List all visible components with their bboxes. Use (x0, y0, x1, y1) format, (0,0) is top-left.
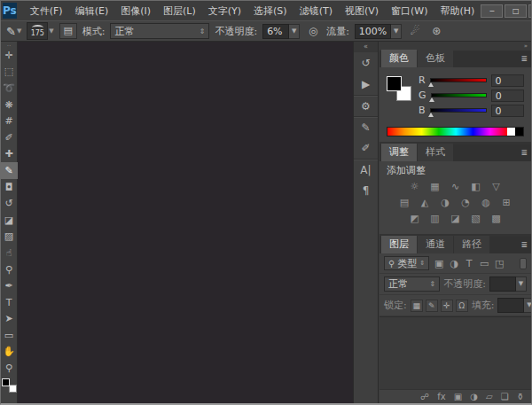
flow-field[interactable]: 100% ▼ (355, 24, 402, 39)
adj-threshold[interactable]: ◪ (449, 213, 463, 229)
character-panel-icon[interactable]: A| (354, 159, 378, 180)
adj-vibrance[interactable]: ▽ (489, 181, 504, 197)
layer-opacity-field[interactable]: ▼ (489, 276, 527, 292)
adj-posterize[interactable]: ▥ (428, 213, 442, 229)
chevron-down-icon[interactable]: ▼ (516, 276, 527, 292)
adj-gradient-map[interactable]: ▧ (469, 213, 483, 229)
adj-selective-color[interactable]: ▩ (489, 213, 504, 229)
lock-transparency-icon[interactable]: ▦ (411, 300, 423, 312)
adj-photo-filter[interactable]: ◔ (458, 197, 473, 213)
tab-paths[interactable]: 路径 (454, 236, 489, 253)
smudge-tool[interactable]: ☝ (1, 245, 18, 261)
lock-pixels-icon[interactable]: ✎ (426, 300, 438, 312)
adj-curves[interactable]: ∿ (449, 181, 463, 197)
new-group-icon[interactable]: ▱ (486, 392, 493, 401)
menu-file[interactable]: 文件(F) (24, 2, 69, 20)
opacity-field[interactable]: 6% ▼ (262, 24, 300, 39)
adj-invert[interactable]: ◩ (408, 213, 422, 229)
new-adjustment-layer-icon[interactable]: ◑ (470, 392, 478, 401)
layer-fill-field[interactable]: ▼ (497, 298, 532, 313)
adj-levels[interactable]: ▦ (428, 181, 442, 197)
foreground-background-swatches[interactable] (2, 378, 17, 393)
layer-style-icon[interactable]: fx (437, 392, 445, 401)
adj-channel-mixer[interactable]: ◍ (479, 197, 493, 213)
menu-select[interactable]: 选择(S) (247, 2, 293, 20)
lock-all-icon[interactable]: Ω (456, 300, 468, 312)
background-color-swatch[interactable] (9, 385, 17, 393)
brush-tool[interactable]: ✎ (1, 162, 18, 179)
tab-layers[interactable]: 图层 (381, 236, 417, 253)
blue-value-field[interactable]: 0 (491, 105, 524, 117)
filter-adjustment-layers-icon[interactable]: ◑ (448, 258, 460, 269)
panel-menu-icon[interactable]: ≣ (520, 148, 528, 157)
menu-edit[interactable]: 编辑(E) (69, 2, 115, 20)
menu-image[interactable]: 图像(I) (114, 2, 157, 20)
red-slider[interactable] (430, 78, 486, 82)
new-layer-icon[interactable]: ❏ (501, 392, 509, 401)
menu-type[interactable]: 文字(Y) (202, 2, 247, 20)
canvas-area[interactable] (18, 42, 353, 403)
filter-toggle-switch[interactable] (520, 258, 527, 269)
paragraph-panel-icon[interactable]: ¶ (354, 180, 378, 201)
blend-mode-select[interactable]: 正常 ⇕ (110, 23, 209, 39)
toggle-brush-panel-button[interactable]: ▤ (59, 23, 77, 39)
layer-blend-mode-select[interactable]: 正常 ⇕ (384, 276, 440, 292)
zoom-tool[interactable]: ⚲ (1, 360, 18, 377)
slider-thumb[interactable] (428, 82, 434, 87)
filter-type-layers-icon[interactable]: T (463, 258, 475, 269)
filter-smart-objects-icon[interactable]: ◳ (493, 258, 505, 269)
adj-color-balance[interactable]: ◭ (418, 197, 432, 213)
history-panel-icon[interactable]: ↺ (354, 52, 378, 74)
properties-panel-icon[interactable]: ⚙ (354, 95, 378, 116)
menu-layer[interactable]: 图层(L) (157, 2, 202, 20)
link-layers-icon[interactable]: ☍ (420, 392, 429, 401)
pen-tool[interactable]: ✒ (1, 277, 18, 294)
quick-selection-tool[interactable]: ❋ (1, 97, 18, 113)
green-slider[interactable] (431, 93, 487, 97)
tab-styles[interactable]: 样式 (418, 144, 453, 161)
green-value-field[interactable]: 0 (491, 90, 524, 102)
slider-thumb[interactable] (429, 97, 434, 102)
foreground-color-swatch[interactable] (387, 76, 402, 91)
marquee-tool[interactable]: ⬚ (1, 64, 18, 81)
chevron-down-icon[interactable]: ▼ (289, 24, 300, 39)
crop-tool[interactable]: # (1, 113, 18, 129)
current-tool-button[interactable]: ✎ ▼ (6, 25, 21, 38)
adj-brightness-contrast[interactable]: ☼ (408, 181, 422, 197)
spectrum-black-cell[interactable] (515, 128, 523, 136)
gradient-tool[interactable]: ▨ (1, 229, 18, 245)
brush-presets-panel-icon[interactable]: ✐ (354, 137, 378, 159)
filter-shape-layers-icon[interactable]: ▭ (478, 258, 490, 269)
path-selection-tool[interactable]: ➤ (1, 311, 18, 328)
panel-menu-icon[interactable]: ≣ (520, 54, 528, 63)
foreground-color-swatch[interactable] (2, 378, 10, 386)
red-value-field[interactable]: 0 (491, 74, 524, 87)
maximize-button[interactable]: □ (505, 4, 527, 18)
eyedropper-tool[interactable]: ✐ (1, 129, 18, 146)
clone-stamp-tool[interactable]: ◘ (1, 179, 18, 196)
blue-slider[interactable] (430, 108, 486, 113)
chevron-down-icon[interactable]: ▼ (391, 24, 402, 39)
hand-tool[interactable]: ✋ (1, 344, 18, 361)
slider-thumb[interactable] (428, 113, 434, 117)
brush-preset-picker[interactable]: 175 ▼ (27, 22, 53, 40)
spectrum-white-cell[interactable] (507, 128, 515, 136)
shape-tool[interactable]: ▭ (1, 327, 18, 344)
add-layer-mask-icon[interactable]: ▣ (454, 392, 462, 401)
lasso-tool[interactable]: ➰ (1, 80, 18, 97)
color-spectrum-ramp[interactable] (387, 127, 524, 136)
minimize-button[interactable]: ─ (481, 4, 503, 18)
filter-kind-select[interactable]: ⚲ 类型 ⇕ (384, 256, 429, 270)
move-tool[interactable]: ✛ (1, 47, 18, 64)
adj-exposure[interactable]: ◧ (469, 181, 483, 197)
tab-adjustments[interactable]: 调整 (381, 144, 417, 161)
type-tool[interactable]: T (1, 294, 18, 311)
pressure-size-icon[interactable]: ⊛ (428, 25, 444, 37)
brush-panel-icon[interactable]: ✎ (354, 116, 378, 137)
layer-list-empty[interactable] (379, 316, 531, 389)
color-swatch-pair[interactable] (387, 76, 411, 101)
eraser-tool[interactable]: ◪ (1, 212, 18, 229)
actions-panel-icon[interactable]: ▶ (354, 74, 378, 95)
menu-filter[interactable]: 滤镜(T) (293, 2, 339, 20)
spectrum-gradient[interactable] (387, 128, 507, 136)
